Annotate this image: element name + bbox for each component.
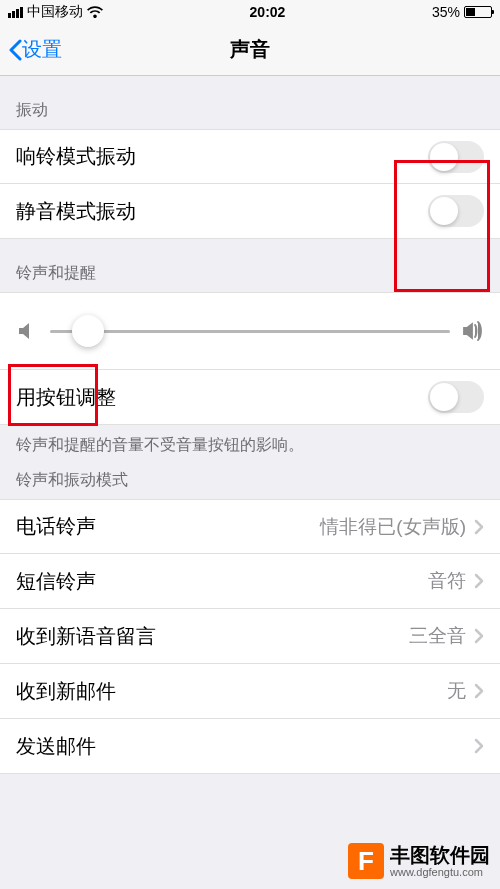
change-with-buttons-label: 用按钮调整 xyxy=(16,384,116,411)
new-mail-label: 收到新邮件 xyxy=(16,678,116,705)
text-tone-cell[interactable]: 短信铃声 音符 xyxy=(0,554,500,609)
wifi-icon xyxy=(87,6,103,18)
status-right: 35% xyxy=(432,4,492,20)
watermark-name: 丰图软件园 xyxy=(390,844,490,866)
vibrate-on-silent-label: 静音模式振动 xyxy=(16,198,136,225)
text-tone-label: 短信铃声 xyxy=(16,568,96,595)
watermark-url: www.dgfengtu.com xyxy=(390,866,490,878)
battery-percent: 35% xyxy=(432,4,460,20)
ringer-footer: 铃声和提醒的音量不受音量按钮的影响。 xyxy=(0,425,500,456)
volume-low-icon xyxy=(16,320,38,342)
sent-mail-label: 发送邮件 xyxy=(16,733,96,760)
vibrate-on-silent-toggle[interactable] xyxy=(428,195,484,227)
chevron-left-icon xyxy=(8,39,22,61)
section-header-sounds: 铃声和振动模式 xyxy=(0,456,500,499)
volume-high-icon xyxy=(462,320,484,342)
ringtone-label: 电话铃声 xyxy=(16,513,96,540)
chevron-right-icon xyxy=(474,573,484,589)
text-tone-value: 音符 xyxy=(428,568,466,594)
section-header-ringer: 铃声和提醒 xyxy=(0,239,500,292)
ringer-volume-slider[interactable] xyxy=(50,315,450,347)
voicemail-label: 收到新语音留言 xyxy=(16,623,156,650)
change-with-buttons-cell[interactable]: 用按钮调整 xyxy=(0,370,500,425)
status-bar: 中国移动 20:02 35% xyxy=(0,0,500,24)
watermark: F 丰图软件园 www.dgfengtu.com xyxy=(348,843,490,879)
chevron-right-icon xyxy=(474,683,484,699)
voicemail-value: 三全音 xyxy=(409,623,466,649)
signal-icon xyxy=(8,7,23,18)
chevron-right-icon xyxy=(474,738,484,754)
ringtone-value: 情非得已(女声版) xyxy=(320,514,466,540)
chevron-right-icon xyxy=(474,519,484,535)
back-button[interactable]: 设置 xyxy=(8,36,62,63)
new-mail-value: 无 xyxy=(447,678,466,704)
vibrate-on-ring-cell[interactable]: 响铃模式振动 xyxy=(0,129,500,184)
status-left: 中国移动 xyxy=(8,3,103,21)
vibrate-on-silent-cell[interactable]: 静音模式振动 xyxy=(0,184,500,239)
section-header-vibration: 振动 xyxy=(0,76,500,129)
change-with-buttons-toggle[interactable] xyxy=(428,381,484,413)
page-title: 声音 xyxy=(230,36,270,63)
time-label: 20:02 xyxy=(250,4,286,20)
chevron-right-icon xyxy=(474,628,484,644)
carrier-label: 中国移动 xyxy=(27,3,83,21)
sent-mail-cell[interactable]: 发送邮件 xyxy=(0,719,500,774)
vibrate-on-ring-label: 响铃模式振动 xyxy=(16,143,136,170)
ringer-volume-cell xyxy=(0,292,500,370)
back-label: 设置 xyxy=(22,36,62,63)
battery-icon xyxy=(464,6,492,18)
ringtone-cell[interactable]: 电话铃声 情非得已(女声版) xyxy=(0,499,500,554)
new-mail-cell[interactable]: 收到新邮件 无 xyxy=(0,664,500,719)
nav-bar: 设置 声音 xyxy=(0,24,500,76)
watermark-logo: F xyxy=(348,843,384,879)
vibrate-on-ring-toggle[interactable] xyxy=(428,141,484,173)
voicemail-cell[interactable]: 收到新语音留言 三全音 xyxy=(0,609,500,664)
